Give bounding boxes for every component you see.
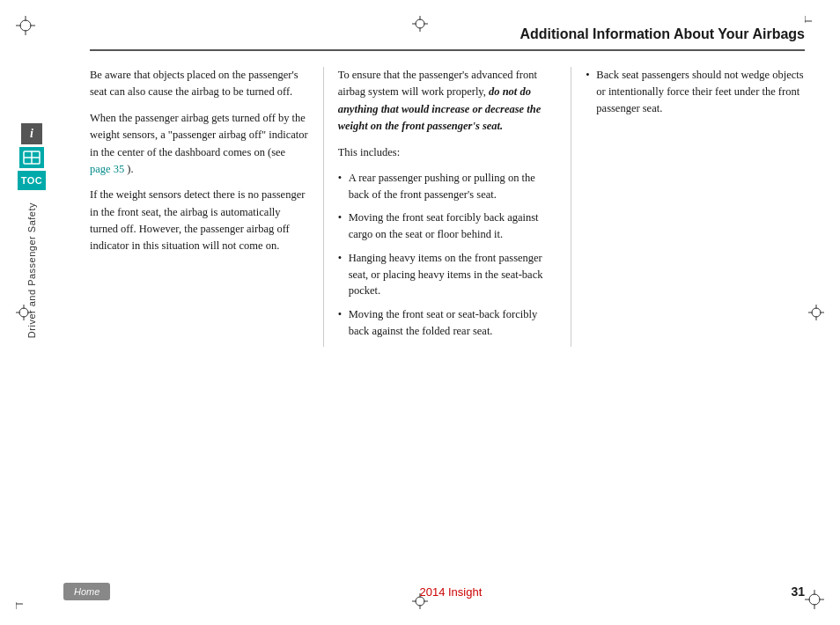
col2-bold-italic: do not do anything that would increase o… [338, 85, 542, 132]
page-title: Additional Information About Your Airbag… [90, 26, 805, 51]
col2-list: A rear passenger pushing or pulling on t… [338, 170, 557, 340]
footer-title: 2014 Insight [419, 585, 482, 599]
col2-includes: This includes: [338, 144, 557, 161]
column-3: Back seat passengers should not wedge ob… [571, 67, 805, 347]
section-label: Driver and Passenger Safety [26, 202, 37, 338]
col2-item-2: Moving the front seat forcibly back agai… [338, 210, 557, 243]
column-2: To ensure that the passenger's advanced … [324, 67, 572, 347]
col3-item-1: Back seat passengers should not wedge ob… [586, 67, 805, 116]
col2-item-1: A rear passenger pushing or pulling on t… [338, 170, 557, 203]
col2-intro: To ensure that the passenger's advanced … [338, 67, 557, 136]
sidebar-icons: i TOC [18, 123, 46, 190]
col1-para3: If the weight sensors detect there is no… [90, 187, 309, 255]
column-1: Be aware that objects placed on the pass… [90, 67, 324, 347]
columns-container: Be aware that objects placed on the pass… [90, 67, 805, 347]
col3-list: Back seat passengers should not wedge ob… [586, 67, 805, 116]
info-icon: i [21, 123, 42, 144]
footer: Home 2014 Insight 31 [63, 583, 805, 600]
page-number: 31 [791, 585, 805, 599]
sidebar: i TOC Driver and Passenger Safety [0, 0, 63, 625]
seatbelt-icon [19, 147, 44, 168]
col2-item-3: Hanging heavy items on the front passeng… [338, 250, 557, 299]
col1-para2: When the passenger airbag gets turned of… [90, 110, 309, 179]
col2-item-4: Moving the front seat or seat-back forci… [338, 306, 557, 340]
toc-label: TOC [21, 175, 43, 186]
page-35-link[interactable]: page 35 [90, 163, 124, 175]
col1-para1: Be aware that objects placed on the pass… [90, 67, 309, 101]
toc-icon[interactable]: TOC [18, 171, 46, 190]
page: i TOC Driver and Passenger Safety Additi… [0, 0, 840, 625]
main-content: Additional Information About Your Airbag… [63, 0, 840, 625]
home-button[interactable]: Home [63, 583, 110, 600]
